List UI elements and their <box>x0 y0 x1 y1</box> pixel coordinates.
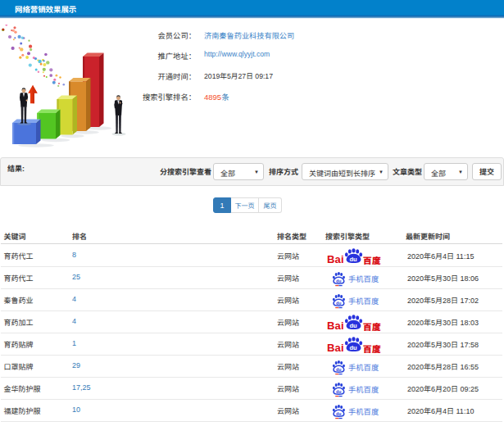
svg-text:du: du <box>336 411 341 416</box>
svg-text:du: du <box>336 389 341 394</box>
svg-text:Bai: Bai <box>327 320 344 331</box>
svg-text:du: du <box>336 301 341 306</box>
svg-text:手机百度: 手机百度 <box>348 407 379 415</box>
svg-text:百度: 百度 <box>363 256 381 265</box>
svg-text:du: du <box>350 323 358 330</box>
svg-text:du: du <box>336 367 341 372</box>
svg-text:手机百度: 手机百度 <box>348 297 379 305</box>
svg-text:du: du <box>350 256 358 263</box>
svg-text:手机百度: 手机百度 <box>348 363 379 371</box>
svg-text:Bai: Bai <box>327 253 344 265</box>
svg-text:百度: 百度 <box>363 344 381 353</box>
svg-text:du: du <box>336 279 341 283</box>
svg-text:百度: 百度 <box>363 322 381 331</box>
svg-text:Bai: Bai <box>327 342 344 353</box>
svg-text:du: du <box>350 345 358 352</box>
svg-text:手机百度: 手机百度 <box>348 274 379 283</box>
svg-text:手机百度: 手机百度 <box>348 385 379 393</box>
